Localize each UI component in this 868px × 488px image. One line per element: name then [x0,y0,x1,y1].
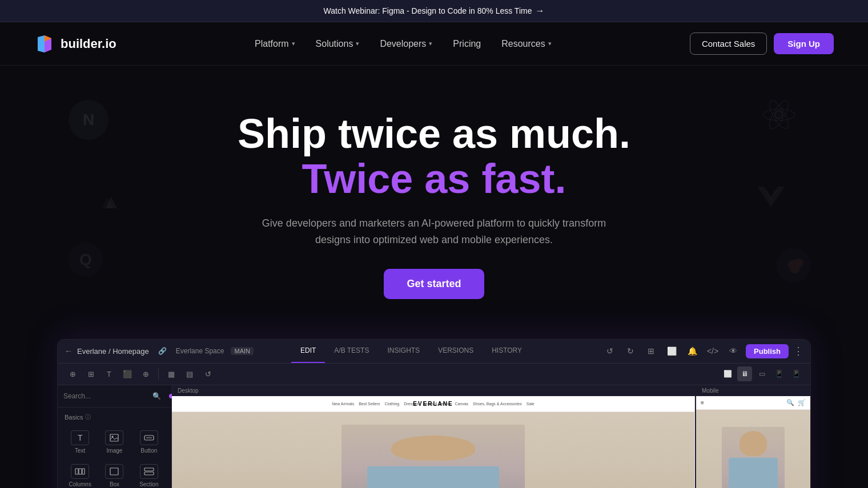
search-bar: 🔍 Import [58,385,171,408]
editor-topbar: ← Everlane / Homepage 🔗 Everlane Space M… [58,340,810,364]
contact-sales-button[interactable]: Contact Sales [690,33,767,55]
toolbar-components[interactable]: ⊞ [83,366,99,382]
everlane-logo: EVERLANE [413,401,453,407]
everlane-nav-inner: New Arrivals Best Sellers Clothing Dress… [176,402,690,406]
redo-button[interactable]: ↻ [622,343,638,359]
component-columns[interactable]: Columns [65,461,95,488]
nav-platform[interactable]: Platform ▾ [247,34,303,54]
navigation: builder.io Platform ▾ Solutions ▾ Develo… [0,22,868,66]
box-component-icon [105,464,123,479]
left-panel: 🔍 Import Basics ⓘ T Text [58,385,172,488]
bell-button[interactable]: 🔔 [684,343,700,359]
basics-section: Basics ⓘ T Text [58,408,171,488]
view-mobile[interactable]: 📱 [771,366,786,381]
mobile-preview: ≡ EVERLANE 🔍 🛒 [696,396,810,488]
headline-line1: Ship twice as much. [238,111,630,156]
basics-info-icon: ⓘ [85,413,91,421]
view-mobile-small[interactable]: 📱 [789,366,803,381]
mobile-inner: ≡ EVERLANE 🔍 🛒 [696,396,810,488]
nav-developers[interactable]: Developers ▾ [372,34,440,54]
nav-actions: Contact Sales Sign Up [690,33,834,55]
toolbar-grid[interactable]: ▦ [163,366,179,382]
component-box[interactable]: Box [99,461,130,488]
canvas-preview: New Arrivals Best Sellers Clothing Dress… [172,396,810,488]
toolbar-refresh[interactable]: ↺ [200,366,216,382]
get-started-button[interactable]: Get started [384,269,484,299]
section-component-icon [140,464,158,479]
toolbar-view-options: ⬜ 🖥 ▭ 📱 📱 [720,366,803,381]
headline-line2: Twice as fast. [302,156,566,201]
component-button[interactable]: Button [134,427,164,457]
mobile-label: Mobile [696,385,810,396]
nav-resources[interactable]: Resources ▾ [493,34,559,54]
svg-rect-4 [110,434,118,441]
tab-history[interactable]: HISTORY [483,339,531,363]
editor-actions-right: ↺ ↻ ⊞ ⬜ 🔔 </> 👁 Publish ⋮ [602,343,803,359]
signup-button[interactable]: Sign Up [774,33,834,54]
nav-links: Platform ▾ Solutions ▾ Developers ▾ Pric… [247,34,560,54]
layers-button[interactable]: ⊞ [643,343,659,359]
insert-button[interactable]: ⬜ [664,343,680,359]
basics-grid: T Text Image [65,427,164,488]
canvas-area: Desktop Mobile New Arrivals Bes [172,385,810,488]
announcement-text: Watch Webinar: Figma - Design to Code in… [324,6,532,15]
svg-rect-11 [110,468,118,475]
logo[interactable]: builder.io [34,34,116,54]
mobile-search-icon: 🔍 [786,399,794,406]
platform-chevron: ▾ [292,40,295,47]
nav-pricing[interactable]: Pricing [445,34,489,54]
editor-back-button[interactable]: ← [65,346,73,356]
text-label: Text [75,447,85,454]
columns-component-icon [71,464,89,479]
section-label: Section [139,481,158,487]
view-tablet[interactable]: ▭ [754,366,769,381]
toolbar-layers[interactable]: ⬛ [119,366,135,382]
svg-rect-10 [82,469,85,474]
undo-button[interactable]: ↺ [602,343,618,359]
svg-rect-8 [75,469,78,474]
tab-edit[interactable]: EDIT [291,339,325,363]
toolbar-layout[interactable]: ▤ [182,366,198,382]
component-image[interactable]: Image [99,427,130,457]
component-section[interactable]: Section [134,461,164,488]
editor-space-icon: 🔗 [158,347,167,355]
resources-chevron: ▾ [548,40,552,47]
toolbar-add[interactable]: ⊕ [138,366,154,382]
mobile-cart-icon: 🛒 [798,399,806,406]
toolbar-cursor[interactable]: ⊕ [65,366,81,382]
developers-chevron: ▾ [429,40,432,47]
search-icon: 🔍 [152,392,161,400]
search-input[interactable] [63,392,149,400]
hero-section: N Q Ship twice as much. Twice as [0,66,868,322]
tab-versions[interactable]: VERSIONS [429,339,483,363]
mobile-logo: EVERLANE [726,400,763,405]
code-button[interactable]: </> [705,343,721,359]
basics-header: Basics ⓘ [65,413,164,421]
more-options-button[interactable]: ⋮ [793,345,803,357]
desktop-preview: New Arrivals Best Sellers Clothing Dress… [172,396,695,488]
tab-insights[interactable]: INSIGHTS [378,339,429,363]
toolbar-separator-1 [158,368,159,380]
toolbar-text[interactable]: T [101,366,117,382]
editor-mockup: ← Everlane / Homepage 🔗 Everlane Space M… [57,339,811,488]
image-component-icon [105,430,123,445]
solutions-chevron: ▾ [356,40,359,47]
desktop-inner: New Arrivals Best Sellers Clothing Dress… [172,396,694,488]
hero-headline: Ship twice as much. Twice as fast. [34,111,834,201]
announcement-link[interactable]: Watch Webinar: Figma - Design to Code in… [324,6,545,16]
everlane-hero: Spring Linen Manifest warmer weather in … [172,412,694,488]
publish-button[interactable]: Publish [746,344,789,358]
mobile-menu-icon: ≡ [701,400,704,406]
view-desktop-wide[interactable]: ⬜ [720,366,735,381]
component-text[interactable]: T Text [65,427,95,457]
editor-space-name: Everlane Space [176,347,224,355]
preview-button[interactable]: 👁 [725,343,741,359]
svg-rect-9 [79,469,82,474]
mobile-nav-icons: 🔍 🛒 [786,399,806,406]
logo-icon [34,34,55,54]
view-desktop[interactable]: 🖥 [737,366,752,381]
mobile-nav: ≡ EVERLANE 🔍 🛒 [696,396,810,410]
nav-solutions[interactable]: Solutions ▾ [308,34,368,54]
desktop-label: Desktop [172,385,696,396]
tab-abtests[interactable]: A/B TESTS [325,339,378,363]
